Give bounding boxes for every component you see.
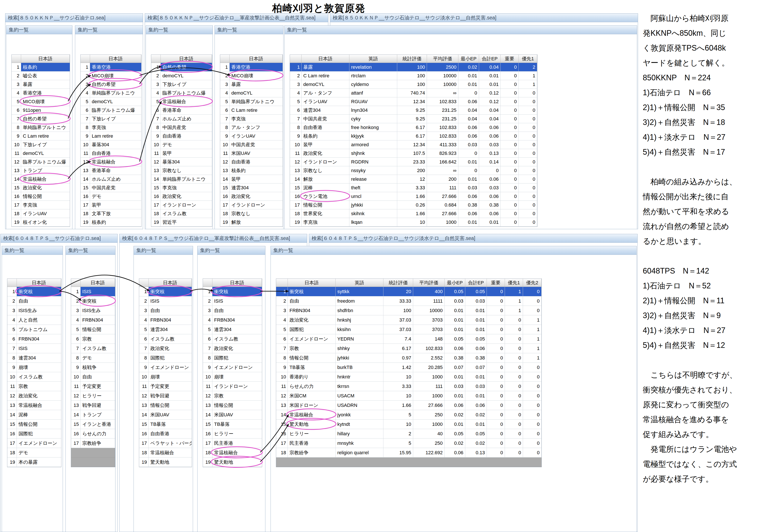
- list-row[interactable]: 3暴露: [220, 80, 283, 89]
- column-header-number[interactable]: [203, 279, 212, 287]
- window-titlebar[interactable]: 検索[６０４８ＴＰＳ__サウジ石油テロ.sea]: [1, 234, 118, 243]
- list-row[interactable]: 13宗教なし: [151, 166, 212, 175]
- list-row[interactable]: 2自由: [7, 296, 61, 306]
- list-row[interactable]: 8アル・タンフ: [220, 123, 283, 132]
- column-header[interactable]: 英語: [349, 55, 397, 63]
- list-row[interactable]: 11宗教: [7, 382, 61, 391]
- list-row[interactable]: 6宗教: [71, 334, 115, 344]
- child-window-titlebar[interactable]: 集約一覧: [134, 246, 193, 255]
- column-header[interactable]: 優先2: [523, 279, 541, 287]
- column-header-number[interactable]: [81, 55, 90, 63]
- list-row[interactable]: 11自由香港: [81, 149, 141, 158]
- list-row[interactable]: 12政治変化: [7, 391, 61, 401]
- column-header[interactable]: 重要: [500, 55, 519, 63]
- list-row[interactable]: 6イスラム教: [139, 334, 192, 344]
- table-row[interactable]: 14解放release122000.010.0600: [290, 175, 537, 183]
- list-row[interactable]: 2demoCYL: [151, 72, 212, 80]
- column-header-number[interactable]: [71, 279, 81, 287]
- table-row[interactable]: 19李克強lkqan1010000.010.0100: [290, 218, 537, 227]
- list-row[interactable]: 11イランドローン: [203, 382, 262, 391]
- column-header-japanese[interactable]: 日本語: [81, 279, 115, 287]
- list-row[interactable]: 13香港革命: [81, 166, 141, 175]
- list-row[interactable]: 17装甲: [81, 201, 141, 209]
- list-row[interactable]: 16自由香港: [139, 429, 192, 439]
- column-header[interactable]: 日本語: [301, 55, 349, 63]
- table-row[interactable]: 17民主香港mnsyhk52500.020.02000: [276, 439, 541, 448]
- list-row[interactable]: 5連雲304: [203, 325, 262, 334]
- list-row[interactable]: 4人と自然: [7, 315, 61, 325]
- table-row[interactable]: 15泥棒theft3.331110.030.0300: [290, 183, 537, 192]
- list-row[interactable]: 1衝突核: [203, 287, 262, 296]
- list-row[interactable]: 12暴落304: [151, 158, 212, 166]
- list-row[interactable]: 18イランUAV: [12, 209, 70, 218]
- column-header-japanese[interactable]: 日本語: [17, 279, 61, 287]
- list-row[interactable]: 6FRBN304: [7, 334, 61, 344]
- child-window-titlebar[interactable]: 集約一覧: [285, 26, 637, 34]
- list-row[interactable]: 15李克強: [151, 183, 212, 192]
- child-window-titlebar[interactable]: 集約一覧: [146, 26, 213, 34]
- column-header-japanese[interactable]: 日本語: [90, 55, 141, 63]
- list-row[interactable]: 2嘘公表: [12, 72, 70, 80]
- list-row[interactable]: 2MICO崩壊: [81, 72, 141, 80]
- table-row[interactable]: 12イランドローンRGDRN23.33166.6420.010.1400: [290, 158, 537, 166]
- window-titlebar[interactable]: 検索[６０４８ＴＰＳ__サウジ石油テロ__サウジ淡水テロ__自然災害.sea]: [309, 234, 637, 243]
- list-row[interactable]: 18宗教なし: [220, 209, 283, 218]
- table-row[interactable]: 9TB暴落burkTB1.4220.2850.070.07000: [276, 363, 541, 372]
- list-row[interactable]: 15TB暴落: [139, 419, 192, 429]
- list-row[interactable]: 10下放レイプ: [12, 141, 70, 149]
- list-row[interactable]: 9核戦争: [71, 363, 115, 372]
- list-row[interactable]: 11米国UAV: [220, 149, 283, 158]
- column-header[interactable]: 平均評価: [413, 279, 445, 287]
- list-row[interactable]: 6C Lam retire: [220, 106, 283, 115]
- list-row[interactable]: 2MICO崩壊: [220, 72, 283, 80]
- table-row[interactable]: 6イエメンドローンYEDRN7.41480.050.05001: [276, 334, 541, 344]
- column-header-japanese[interactable]: 日本語: [230, 55, 283, 63]
- list-row[interactable]: 10暴落304: [81, 141, 141, 149]
- list-row[interactable]: 13核条約: [220, 166, 283, 175]
- list-row[interactable]: 4単純臨界プルトニウ: [81, 89, 141, 97]
- list-row[interactable]: 9自由香港: [151, 132, 212, 141]
- list-row[interactable]: 1ISIS: [71, 287, 115, 296]
- table-row[interactable]: 1衝突核syttkk204000.050.05010: [276, 287, 541, 296]
- table-row[interactable]: 4アル・タンフattanf740.74∞00.1200: [290, 89, 537, 97]
- list-row[interactable]: 8国際犯: [203, 353, 262, 363]
- list-row[interactable]: 1衝突核: [7, 287, 61, 296]
- list-row[interactable]: 14米国UAV: [139, 410, 192, 419]
- table-row[interactable]: 3FRBN304shdfrbn100100000.010.01010: [276, 306, 541, 315]
- list-row[interactable]: 4臨界プルトニウム爆: [151, 89, 212, 97]
- list-row[interactable]: 7イスラム教: [71, 344, 115, 353]
- table-row[interactable]: 8自由香港free honkong6.17102.8330.060.0600: [290, 123, 537, 132]
- list-row[interactable]: 12宗教: [203, 391, 262, 401]
- list-row[interactable]: 17ベラヤット・パーク: [139, 439, 192, 448]
- list-row[interactable]: 3ISIS生み: [7, 306, 61, 315]
- list-row[interactable]: 4香港空港: [12, 89, 70, 97]
- list-row[interactable]: 13トランプ: [12, 166, 70, 175]
- list-row[interactable]: 9崩壊: [7, 363, 61, 372]
- column-header-japanese[interactable]: 日本語: [161, 55, 212, 63]
- list-row[interactable]: 9イエメンドローン: [203, 363, 262, 372]
- table-row[interactable]: 7中国共産党cyky9.25231.250.040.0400: [290, 115, 537, 123]
- column-header[interactable]: 英語: [336, 279, 383, 287]
- table-row[interactable]: 10装甲armored12.34411.3330.030.0300: [290, 141, 537, 149]
- table-row[interactable]: 13米国ドローンUSADRN1.6627.6660.060.06000: [276, 401, 541, 410]
- list-row[interactable]: 1香港空港: [81, 63, 141, 72]
- list-row[interactable]: 10イスラム教: [7, 372, 61, 382]
- list-row[interactable]: 9C Lam retire: [12, 132, 70, 141]
- list-row[interactable]: 18イスラム教: [151, 209, 212, 218]
- table-row[interactable]: 18世界変化skihnk1.6627.6660.060.0600: [290, 209, 537, 218]
- list-row[interactable]: 6イスラム教: [203, 334, 262, 344]
- list-row[interactable]: 14単純臨界プルトニウ: [151, 175, 212, 183]
- list-row[interactable]: 12ヒラリー: [71, 391, 115, 401]
- list-row[interactable]: 5常温核融合: [151, 97, 212, 106]
- list-row[interactable]: 9Lam retire: [81, 132, 141, 141]
- list-row[interactable]: 13情報公開: [203, 401, 262, 410]
- list-row[interactable]: 17宗教紛争: [71, 439, 115, 448]
- list-row[interactable]: 15TB暴落: [203, 419, 262, 429]
- list-row[interactable]: 9イランUAV: [220, 132, 283, 141]
- list-row[interactable]: 16政治変化: [151, 192, 212, 201]
- list-row[interactable]: 17李克強: [12, 201, 70, 209]
- list-row[interactable]: 7李克強: [220, 115, 283, 123]
- list-row[interactable]: 5demoCYL: [81, 97, 141, 106]
- list-row[interactable]: 5情報公開: [71, 325, 115, 334]
- list-row[interactable]: 7政治変化: [203, 344, 262, 353]
